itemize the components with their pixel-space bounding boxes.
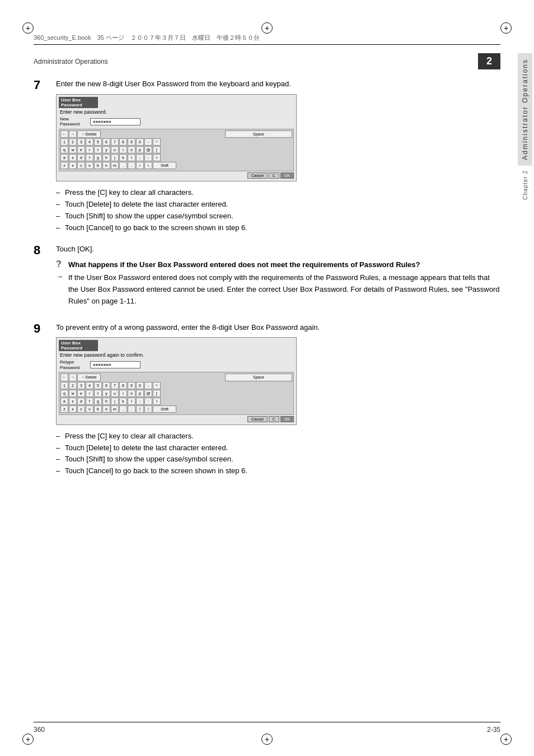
kb-key9-x[interactable]: x — [69, 405, 77, 413]
kb-key-slash[interactable]: / — [136, 162, 144, 169]
kb-key9-j[interactable]: j — [111, 398, 119, 405]
kb-key9-3[interactable]: 3 — [77, 382, 85, 389]
kb-key9-left[interactable]: ← — [60, 374, 68, 381]
kb-key-u[interactable]: u — [111, 146, 119, 153]
kb-key9-backslash[interactable]: \ — [144, 405, 152, 413]
kb-key9-9[interactable]: 9 — [128, 382, 135, 389]
kb-key9-1[interactable]: 1 — [60, 382, 68, 389]
kb-key-backslash[interactable]: \ — [144, 162, 152, 169]
kb-key-n[interactable]: n — [102, 162, 110, 169]
kb-key-2[interactable]: 2 — [69, 138, 77, 146]
kb-key-w[interactable]: w — [69, 146, 77, 153]
kb-key9-i[interactable]: i — [119, 390, 127, 397]
kb-c-btn-7[interactable]: C — [269, 172, 279, 179]
kb-key-caret[interactable]: ^ — [153, 138, 161, 146]
kb-key9-period[interactable]: . — [128, 405, 135, 413]
kb-key9-p[interactable]: p — [136, 390, 144, 397]
kb-key-5[interactable]: 5 — [94, 138, 102, 146]
kb-key9-o[interactable]: o — [128, 390, 135, 397]
kb-key-s[interactable]: s — [69, 154, 77, 161]
kb-key-v[interactable]: v — [86, 162, 93, 169]
kb-key-right[interactable]: → — [69, 130, 77, 138]
kb-key-y[interactable]: y — [102, 146, 110, 153]
kb-key-comma[interactable]: , — [119, 162, 127, 169]
kb-key9-n[interactable]: n — [102, 405, 110, 413]
kb-key9-7[interactable]: 7 — [111, 382, 119, 389]
kb-key9-4[interactable]: 4 — [86, 382, 93, 389]
kb-key-bracket[interactable]: [ — [153, 146, 161, 153]
kb-key9-z[interactable]: z — [60, 405, 68, 413]
kb-key9-f[interactable]: f — [86, 398, 93, 405]
kb-key9-0[interactable]: 0 — [136, 382, 144, 389]
kb-key9-b[interactable]: b — [94, 405, 102, 413]
kb-key-space[interactable]: Space — [225, 130, 292, 138]
kb-key-q[interactable]: q — [60, 146, 68, 153]
kb-key9-d[interactable]: d — [77, 398, 85, 405]
kb-key-4[interactable]: 4 — [86, 138, 93, 146]
kb-key9-6[interactable]: 6 — [102, 382, 110, 389]
kb-key9-shift[interactable]: Shift — [153, 405, 176, 413]
kb-key9-5[interactable]: 5 — [94, 382, 102, 389]
kb-key9-caret[interactable]: ^ — [153, 382, 161, 389]
kb-key-8[interactable]: 8 — [119, 138, 127, 146]
kb-key-k[interactable]: k — [119, 154, 127, 161]
kb-c-btn-9[interactable]: C — [269, 416, 279, 422]
kb-key-period[interactable]: . — [128, 162, 135, 169]
kb-key9-r[interactable]: r — [86, 390, 93, 397]
kb-key-o[interactable]: o — [128, 146, 135, 153]
kb-cancel-btn-9[interactable]: Cancel — [247, 416, 268, 422]
kb-key9-q[interactable]: q — [60, 390, 68, 397]
kb-key-9[interactable]: 9 — [128, 138, 135, 146]
kb-key9-bracket[interactable]: [ — [153, 390, 161, 397]
kb-key-p[interactable]: p — [136, 146, 144, 153]
kb-key-a[interactable]: a — [60, 154, 68, 161]
kb-key9-s[interactable]: s — [69, 398, 77, 405]
kb-key-b[interactable]: b — [94, 162, 102, 169]
kb-ok-btn-9[interactable]: OK — [280, 416, 294, 422]
kb-key9-slash[interactable]: / — [136, 405, 144, 413]
kb-key-shift[interactable]: Shift — [153, 162, 176, 169]
kb-cancel-btn-7[interactable]: Cancel — [247, 172, 268, 179]
kb-key-left[interactable]: ← — [60, 130, 68, 138]
kb-key-h[interactable]: h — [102, 154, 110, 161]
kb-key-x[interactable]: x — [69, 162, 77, 169]
kb-key9-y[interactable]: y — [102, 390, 110, 397]
kb-key-m[interactable]: m — [111, 162, 119, 169]
kb-key9-l2[interactable]: l — [153, 398, 161, 405]
kb-key9-comma[interactable]: , — [119, 405, 127, 413]
kb-key-j[interactable]: j — [111, 154, 119, 161]
kb-key9-space[interactable]: Space — [225, 374, 292, 381]
kb-key9-e[interactable]: e — [77, 390, 85, 397]
kb-key-semicolon[interactable]: ; — [136, 154, 144, 161]
kb-key-l2[interactable]: l — [153, 154, 161, 161]
kb-key-delete[interactable]: ←Delete — [77, 130, 101, 138]
kb-key-r[interactable]: r — [86, 146, 93, 153]
kb-key-l[interactable]: l — [128, 154, 135, 161]
kb-key9-k[interactable]: k — [119, 398, 127, 405]
kb-key9-u[interactable]: u — [111, 390, 119, 397]
kb-key9-t[interactable]: t — [94, 390, 102, 397]
kb-key9-at[interactable]: @ — [144, 390, 152, 397]
kb-key9-m[interactable]: m — [111, 405, 119, 413]
kb-key9-a[interactable]: a — [60, 398, 68, 405]
kb-key9-delete[interactable]: ←Delete — [77, 374, 101, 381]
kb-ok-btn-7[interactable]: OK — [280, 172, 294, 179]
kb-key9-l[interactable]: l — [128, 398, 135, 405]
kb-key-i[interactable]: i — [119, 146, 127, 153]
kb-key-at[interactable]: @ — [144, 146, 152, 153]
kb-key-6[interactable]: 6 — [102, 138, 110, 146]
kb-key-t[interactable]: t — [94, 146, 102, 153]
kb-key9-v[interactable]: v — [86, 405, 93, 413]
kb-key-7[interactable]: 7 — [111, 138, 119, 146]
kb-key-c[interactable]: c — [77, 162, 85, 169]
kb-key-z[interactable]: z — [60, 162, 68, 169]
kb-key9-semicolon[interactable]: ; — [136, 398, 144, 405]
kb-key9-g[interactable]: g — [94, 398, 102, 405]
kb-key-minus[interactable]: - — [144, 138, 152, 146]
kb-key-3[interactable]: 3 — [77, 138, 85, 146]
kb-key-0[interactable]: 0 — [136, 138, 144, 146]
kb-key9-c[interactable]: c — [77, 405, 85, 413]
kb-key-d[interactable]: d — [77, 154, 85, 161]
kb-key9-minus[interactable]: - — [144, 382, 152, 389]
kb-key-f[interactable]: f — [86, 154, 93, 161]
